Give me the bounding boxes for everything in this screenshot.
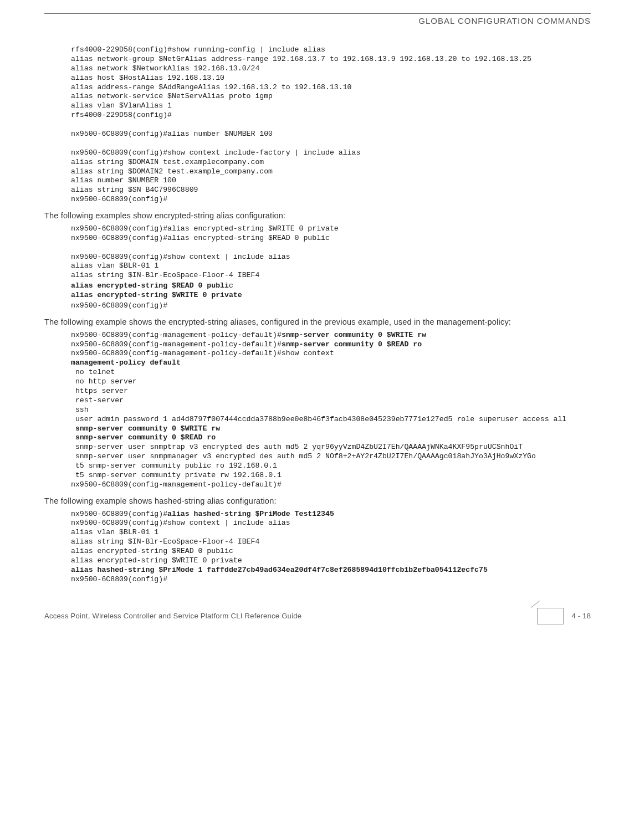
block4b: nx9500-6C8809(config)#show context | inc… <box>71 519 290 565</box>
section-header: GLOBAL CONFIGURATION COMMANDS <box>44 16 591 25</box>
paragraph-1: The following examples show encrypted-st… <box>44 210 591 222</box>
trailing-c: c <box>229 281 233 290</box>
code-block-2a: nx9500-6C8809(config)#alias encrypted-st… <box>71 224 591 280</box>
code-block-1: rfs4000-229D58(config)#show running-conf… <box>71 45 591 204</box>
line-3a1: nx9500-6C8809(config-management-policy-d… <box>71 331 282 339</box>
line-3a2: nx9500-6C8809(config-management-policy-d… <box>71 340 282 349</box>
bold-hashed-cmd: alias hashed-string $PriMode Test12345 <box>167 510 334 518</box>
bold-snmp-write: snmp-server community 0 $WRITE rw <box>282 331 426 339</box>
code-block-2b: alias encrypted-string $READ 0 public al… <box>71 281 591 300</box>
block4d: nx9500-6C8809(config)# <box>71 575 167 583</box>
bold-snmp-w2: snmp-server community 0 $WRITE rw <box>71 424 220 433</box>
block3b: nx9500-6C8809(config-management-policy-d… <box>71 349 334 357</box>
code-block-4: nx9500-6C8809(config)#alias hashed-strin… <box>71 510 591 585</box>
footer-left: Access Point, Wireless Controller and Se… <box>44 612 301 620</box>
page-number: 4 - 18 <box>571 612 591 620</box>
bold-snmp-r2: snmp-server community 0 $READ ro <box>71 433 216 442</box>
footer: Access Point, Wireless Controller and Se… <box>44 605 591 624</box>
code-block-3: nx9500-6C8809(config-management-policy-d… <box>71 331 591 490</box>
block3f: snmp-server user snmptrap v3 encrypted d… <box>71 443 536 489</box>
bold-hashed-out: alias hashed-string $PriMode 1 faffdde27… <box>71 566 488 574</box>
block3d: no telnet no http server https server re… <box>71 368 566 423</box>
top-divider <box>44 13 591 14</box>
paragraph-3: The following example shows hashed-strin… <box>44 495 591 508</box>
bold-line-write: alias encrypted-string $WRITE 0 private <box>71 291 242 299</box>
footer-right-group: 4 - 18 <box>537 608 591 624</box>
paragraph-2: The following example shows the encrypte… <box>44 316 591 329</box>
footer-decor-box <box>537 608 564 624</box>
bold-mp-default: management-policy default <box>71 358 181 367</box>
line-4a1: nx9500-6C8809(config)# <box>71 510 167 518</box>
bold-snmp-read: snmp-server community 0 $READ ro <box>282 340 422 349</box>
bold-line-read: alias encrypted-string $READ 0 publi <box>71 281 229 290</box>
code-block-2c: nx9500-6C8809(config)# <box>71 301 591 311</box>
